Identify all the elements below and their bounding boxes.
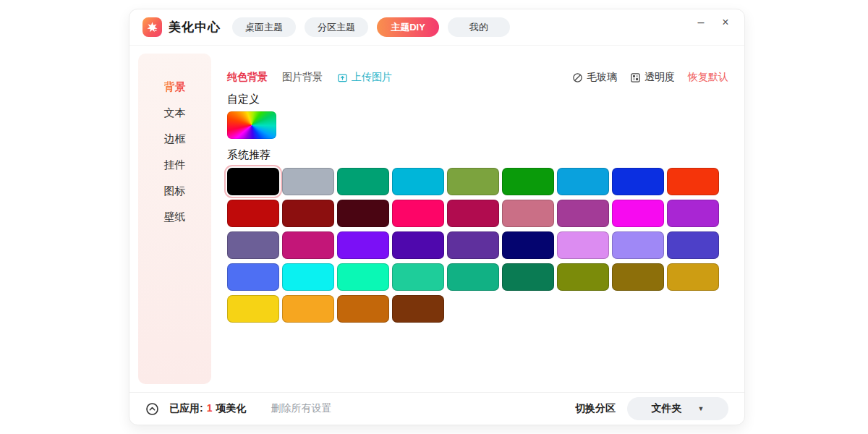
restore-default-button[interactable]: 恢复默认 xyxy=(688,71,728,84)
color-swatch[interactable] xyxy=(282,168,334,195)
app-logo-icon xyxy=(142,17,162,37)
partition-dropdown[interactable]: 文件夹 ▼ xyxy=(627,397,728,420)
color-swatch[interactable] xyxy=(447,168,499,195)
color-swatch[interactable] xyxy=(337,263,389,291)
color-swatch[interactable] xyxy=(502,231,554,259)
color-swatch[interactable] xyxy=(502,200,554,227)
color-swatch[interactable] xyxy=(667,200,719,227)
color-swatch[interactable] xyxy=(612,168,664,195)
beautify-center-window: 美化中心 桌面主题 分区主题 主题DIY 我的 – × 背景 文本 边框 挂件 … xyxy=(129,9,745,425)
color-swatch[interactable] xyxy=(392,231,444,259)
color-swatch[interactable] xyxy=(337,168,389,195)
color-swatch[interactable] xyxy=(392,295,444,323)
color-swatch[interactable] xyxy=(337,200,389,227)
nav-tabs: 桌面主题 分区主题 主题DIY 我的 xyxy=(232,17,510,37)
color-swatch[interactable] xyxy=(667,168,719,195)
color-swatch[interactable] xyxy=(392,200,444,227)
tab-label: 我的 xyxy=(469,21,488,34)
applied-count: 1 xyxy=(207,402,213,415)
applied-prefix: 已应用: xyxy=(169,402,203,415)
frosted-glass-toggle[interactable]: 毛玻璃 xyxy=(572,71,617,84)
sidebar-item-background[interactable]: 背景 xyxy=(138,74,211,100)
upload-icon xyxy=(337,72,348,83)
color-swatch[interactable] xyxy=(557,231,609,259)
tab-label: 主题DIY xyxy=(391,21,425,34)
frosted-glass-icon xyxy=(572,72,583,83)
sidebar-item-text[interactable]: 文本 xyxy=(138,100,211,126)
color-swatch[interactable] xyxy=(282,200,334,227)
color-swatch[interactable] xyxy=(557,263,609,291)
sidebar-item-label: 壁纸 xyxy=(164,210,186,224)
close-button[interactable]: × xyxy=(718,15,733,30)
partition-dropdown-value: 文件夹 xyxy=(652,402,682,415)
window-controls: – × xyxy=(694,15,733,30)
color-swatch[interactable] xyxy=(612,200,664,227)
sidebar-item-border[interactable]: 边框 xyxy=(138,126,211,152)
opacity-icon xyxy=(630,72,641,83)
recommended-section-label: 系统推荐 xyxy=(227,148,271,162)
color-swatch[interactable] xyxy=(612,231,664,259)
sidebar-item-wallpaper[interactable]: 壁纸 xyxy=(138,204,211,230)
tab-label: 分区主题 xyxy=(318,21,355,34)
color-swatch[interactable] xyxy=(227,231,279,259)
upload-label: 上传图片 xyxy=(352,71,392,84)
upload-image-button[interactable]: 上传图片 xyxy=(337,71,392,84)
color-swatch[interactable] xyxy=(447,231,499,259)
sidebar-item-label: 文本 xyxy=(164,106,186,120)
expand-applied-button[interactable] xyxy=(145,402,159,416)
color-swatch[interactable] xyxy=(227,200,279,227)
app-title: 美化中心 xyxy=(169,19,221,35)
color-swatch[interactable] xyxy=(282,231,334,259)
tab-partition-theme[interactable]: 分区主题 xyxy=(305,17,368,37)
color-swatch[interactable] xyxy=(282,295,334,323)
footer-left: 已应用: 1 项美化 删除所有设置 xyxy=(145,402,331,416)
minimize-button[interactable]: – xyxy=(694,15,708,30)
delete-all-settings-button[interactable]: 删除所有设置 xyxy=(271,402,331,415)
bg-type-solid-color[interactable]: 纯色背景 xyxy=(227,71,268,84)
app-identity: 美化中心 xyxy=(142,17,221,37)
color-swatch[interactable] xyxy=(502,263,554,291)
sidebar-item-label: 背景 xyxy=(164,80,186,94)
sidebar-item-label: 挂件 xyxy=(164,158,186,172)
custom-color-picker-swatch[interactable] xyxy=(227,111,276,139)
frosted-glass-label: 毛玻璃 xyxy=(587,71,617,84)
sidebar-item-label: 图标 xyxy=(164,184,186,198)
chevron-down-icon: ▼ xyxy=(698,405,705,412)
header: 美化中心 桌面主题 分区主题 主题DIY 我的 – × xyxy=(129,9,744,46)
footer-right: 切换分区 文件夹 ▼ xyxy=(575,397,728,420)
color-swatch[interactable] xyxy=(337,295,389,323)
custom-section-label: 自定义 xyxy=(227,93,260,106)
background-type-row: 纯色背景 图片背景 上传图片 xyxy=(227,69,392,85)
opacity-toggle[interactable]: 透明度 xyxy=(630,71,675,84)
opacity-label: 透明度 xyxy=(644,71,675,84)
color-swatch[interactable] xyxy=(447,263,499,291)
color-swatch[interactable] xyxy=(227,263,279,291)
color-swatch[interactable] xyxy=(227,168,279,195)
color-swatch[interactable] xyxy=(612,263,664,291)
color-swatch[interactable] xyxy=(667,231,719,259)
color-swatch[interactable] xyxy=(557,200,609,227)
bg-type-image[interactable]: 图片背景 xyxy=(282,71,323,84)
color-swatch[interactable] xyxy=(392,263,444,291)
color-swatch[interactable] xyxy=(557,168,609,195)
color-swatch[interactable] xyxy=(392,168,444,195)
color-swatch[interactable] xyxy=(447,200,499,227)
sidebar-item-label: 边框 xyxy=(164,132,186,146)
tab-mine[interactable]: 我的 xyxy=(448,17,510,37)
options-row: 毛玻璃 透明度 恢复默认 xyxy=(572,69,728,85)
tab-theme-diy[interactable]: 主题DIY xyxy=(377,17,439,37)
tab-label: 桌面主题 xyxy=(245,21,283,34)
footer-bar: 已应用: 1 项美化 删除所有设置 切换分区 文件夹 ▼ xyxy=(129,392,744,425)
sidebar-item-widget[interactable]: 挂件 xyxy=(138,152,211,178)
sidebar: 背景 文本 边框 挂件 图标 壁纸 xyxy=(138,54,211,384)
color-swatch[interactable] xyxy=(282,263,334,291)
applied-suffix: 项美化 xyxy=(216,402,246,415)
color-swatch[interactable] xyxy=(667,263,719,291)
applied-status: 已应用: 1 项美化 xyxy=(169,402,246,415)
sidebar-item-icon[interactable]: 图标 xyxy=(138,178,211,204)
tab-desktop-theme[interactable]: 桌面主题 xyxy=(232,17,296,37)
color-grid xyxy=(227,168,722,323)
color-swatch[interactable] xyxy=(502,168,554,195)
color-swatch[interactable] xyxy=(337,231,389,259)
color-swatch[interactable] xyxy=(227,295,279,323)
